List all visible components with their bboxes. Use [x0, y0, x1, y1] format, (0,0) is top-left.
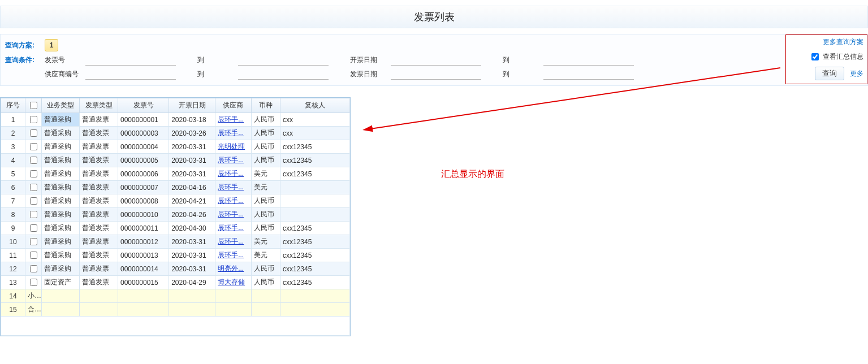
col-invno-header[interactable]: 发票号: [118, 98, 169, 113]
col-check-header[interactable]: [25, 98, 42, 113]
view-summary-checkbox[interactable]: [811, 53, 819, 60]
cell-check[interactable]: [25, 140, 42, 154]
table-row[interactable]: 12普通采购普通发票00000000142020-03-31明亮外...人民币c…: [1, 262, 350, 276]
cell-check[interactable]: [25, 113, 42, 127]
row-checkbox[interactable]: [30, 224, 37, 232]
cell-check[interactable]: [25, 249, 42, 262]
row-checkbox[interactable]: [30, 252, 37, 259]
supplier-link[interactable]: 辰环手...: [218, 224, 244, 232]
cell-invno: 0000000012: [118, 235, 169, 249]
supplier-no-to-input[interactable]: [238, 69, 329, 80]
cell-supplier[interactable]: 辰环手...: [215, 194, 252, 208]
row-checkbox[interactable]: [30, 143, 37, 150]
row-checkbox[interactable]: [30, 157, 37, 164]
cell-invno: 0000000007: [118, 181, 169, 194]
cell-billdate: 2020-03-31: [169, 262, 215, 276]
cell-check[interactable]: [25, 276, 42, 289]
supplier-link[interactable]: 辰环手...: [218, 210, 244, 218]
table-row[interactable]: 13固定资产普通发票00000000152020-04-29博大存储人民币cxx…: [1, 276, 350, 289]
row-checkbox[interactable]: [30, 279, 37, 286]
supplier-link[interactable]: 明亮外...: [218, 265, 244, 272]
table-row[interactable]: 10普通采购普通发票00000000122020-03-31辰环手...美元cx…: [1, 235, 350, 249]
cell-check[interactable]: [25, 222, 42, 235]
query-scheme-badge[interactable]: 1: [45, 39, 58, 51]
col-billdate-header[interactable]: 开票日期: [169, 98, 215, 113]
row-checkbox[interactable]: [30, 184, 37, 191]
cell-check[interactable]: [25, 127, 42, 140]
cell-currency: 人民币: [251, 276, 280, 289]
row-checkbox[interactable]: [30, 265, 37, 272]
supplier-link[interactable]: 辰环手...: [218, 115, 244, 123]
row-checkbox[interactable]: [30, 211, 37, 218]
col-supplier-header[interactable]: 供应商: [215, 98, 252, 113]
cell-check[interactable]: [25, 167, 42, 181]
cell-supplier[interactable]: 辰环手...: [215, 127, 252, 140]
table-row[interactable]: 5普通采购普通发票00000000062020-03-31辰环手...美元cxx…: [1, 167, 350, 181]
query-button[interactable]: 查询: [815, 67, 844, 80]
col-seq-header[interactable]: 序号: [1, 98, 25, 113]
row-checkbox[interactable]: [30, 197, 37, 205]
supplier-link[interactable]: 辰环手...: [218, 170, 244, 177]
cell-billdate: 2020-04-30: [169, 222, 215, 235]
table-row[interactable]: 1普通采购普通发票00000000012020-03-18辰环手...人民币cx…: [1, 113, 350, 127]
table-row[interactable]: 9普通采购普通发票00000000112020-04-30辰环手...人民币cx…: [1, 222, 350, 235]
field-to-label-3: 到: [197, 70, 234, 79]
select-all-checkbox[interactable]: [30, 102, 37, 109]
col-currency-header[interactable]: 币种: [251, 98, 280, 113]
cell-supplier[interactable]: 明亮外...: [215, 262, 252, 276]
table-row[interactable]: 11普通采购普通发票00000000132020-03-31辰环手...美元cx…: [1, 249, 350, 262]
billing-date-from-input[interactable]: [391, 55, 481, 66]
supplier-link[interactable]: 辰环手...: [218, 251, 244, 259]
cell-check[interactable]: [25, 154, 42, 167]
cell-seq: 3: [1, 140, 25, 154]
cell-invtype: 普通发票: [80, 208, 118, 222]
table-header-row: 序号 业务类型 发票类型 发票号 开票日期 供应商 币种 复核人: [1, 98, 350, 113]
cell-supplier[interactable]: 辰环手...: [215, 235, 252, 249]
supplier-link[interactable]: 博大存储: [218, 278, 245, 286]
table-row[interactable]: 7普通采购普通发票00000000082020-04-21辰环手...人民币: [1, 194, 350, 208]
row-checkbox[interactable]: [30, 238, 37, 245]
cell-check[interactable]: [25, 194, 42, 208]
cell-supplier[interactable]: 辰环手...: [215, 167, 252, 181]
table-row[interactable]: 6普通采购普通发票00000000072020-04-16辰环手...美元: [1, 181, 350, 194]
invoice-date-to-input[interactable]: [543, 69, 634, 80]
cell-check[interactable]: [25, 208, 42, 222]
row-checkbox[interactable]: [30, 129, 37, 137]
supplier-link[interactable]: 辰环手...: [218, 197, 244, 205]
table-row[interactable]: 8普通采购普通发票00000000102020-04-26辰环手...人民币: [1, 208, 350, 222]
table-row[interactable]: 3普通采购普通发票00000000042020-03-31光明处理人民币cxx1…: [1, 140, 350, 154]
supplier-link[interactable]: 辰环手...: [218, 237, 244, 245]
cell-seq: 5: [1, 167, 25, 181]
table-row[interactable]: 2普通采购普通发票00000000032020-03-26辰环手...人民币cx…: [1, 127, 350, 140]
cell-check[interactable]: [25, 181, 42, 194]
cell-supplier[interactable]: 辰环手...: [215, 181, 252, 194]
supplier-link[interactable]: 辰环手...: [218, 183, 244, 191]
more-link[interactable]: 更多: [850, 69, 863, 79]
supplier-no-from-input[interactable]: [85, 69, 176, 80]
cell-supplier[interactable]: 光明处理: [215, 140, 252, 154]
cell-supplier[interactable]: 辰环手...: [215, 222, 252, 235]
col-biztype-header[interactable]: 业务类型: [41, 98, 80, 113]
cell-invtype: 普通发票: [80, 194, 118, 208]
invoice-no-from-input[interactable]: [85, 55, 176, 66]
row-checkbox[interactable]: [30, 116, 37, 123]
supplier-link[interactable]: 光明处理: [218, 142, 245, 150]
col-reviewer-header[interactable]: 复核人: [280, 98, 349, 113]
cell-check[interactable]: [25, 262, 42, 276]
cell-check[interactable]: [25, 235, 42, 249]
col-invtype-header[interactable]: 发票类型: [80, 98, 118, 113]
table-row[interactable]: 4普通采购普通发票00000000052020-03-31辰环手...人民币cx…: [1, 154, 350, 167]
supplier-link[interactable]: 辰环手...: [218, 156, 244, 164]
cell-supplier[interactable]: 辰环手...: [215, 208, 252, 222]
cell-supplier[interactable]: 博大存储: [215, 276, 252, 289]
cell-supplier[interactable]: 辰环手...: [215, 154, 252, 167]
billing-date-to-input[interactable]: [543, 55, 634, 66]
invoice-no-to-input[interactable]: [238, 55, 329, 66]
query-scheme-label: 查询方案:: [5, 41, 39, 50]
row-checkbox[interactable]: [30, 170, 37, 177]
more-query-schemes-link[interactable]: 更多查询方案: [789, 37, 863, 47]
supplier-link[interactable]: 辰环手...: [218, 129, 244, 137]
cell-supplier[interactable]: 辰环手...: [215, 249, 252, 262]
invoice-date-from-input[interactable]: [391, 69, 481, 80]
cell-supplier[interactable]: 辰环手...: [215, 113, 252, 127]
